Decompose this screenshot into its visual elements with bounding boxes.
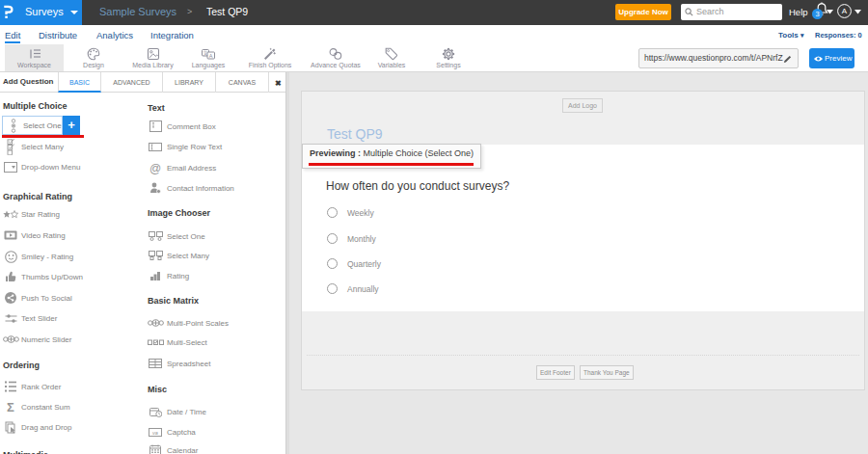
svg-text:3: 3 [815, 10, 819, 18]
svg-text:A: A [209, 53, 213, 59]
svg-text:A: A [842, 7, 848, 15]
svg-text:va: va [152, 429, 158, 435]
svg-text:文: 文 [203, 50, 208, 56]
